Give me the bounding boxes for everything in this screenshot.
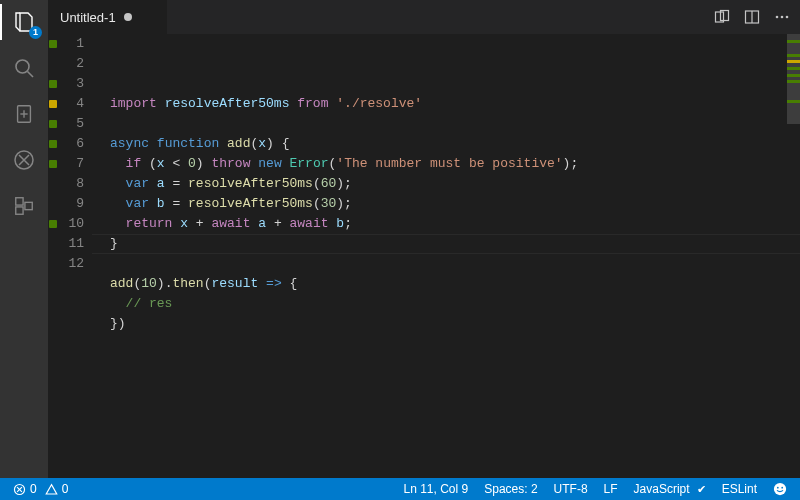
explorer-badge: 1 bbox=[29, 26, 42, 39]
search-icon[interactable] bbox=[10, 54, 38, 82]
status-language[interactable]: JavaScript bbox=[629, 478, 711, 500]
code-line[interactable]: }) bbox=[110, 314, 800, 334]
code-line[interactable]: return x + await a + await b; bbox=[110, 214, 800, 234]
status-eslint[interactable]: ESLint bbox=[717, 478, 762, 500]
overview-mark bbox=[787, 74, 800, 77]
code-content[interactable]: import resolveAfter50ms from './resolve'… bbox=[92, 34, 800, 478]
more-actions-icon[interactable] bbox=[774, 9, 790, 25]
editor-group: Untitled-1 123456789101112 import res bbox=[48, 0, 800, 478]
editor-actions bbox=[704, 0, 800, 34]
error-count: 0 bbox=[30, 482, 37, 496]
tab-title: Untitled-1 bbox=[60, 10, 116, 25]
check-icon bbox=[694, 482, 706, 496]
svg-point-14 bbox=[781, 16, 784, 19]
line-numbers: 123456789101112 bbox=[58, 34, 92, 478]
explorer-icon[interactable]: 1 bbox=[10, 8, 38, 36]
vertical-scrollbar[interactable] bbox=[787, 34, 800, 478]
overview-mark bbox=[787, 80, 800, 83]
status-eol[interactable]: LF bbox=[599, 478, 623, 500]
code-line[interactable]: var b = resolveAfter50ms(30); bbox=[110, 194, 800, 214]
code-line[interactable]: add(10).then(result => { bbox=[110, 274, 800, 294]
code-line[interactable]: async function add(x) { bbox=[110, 134, 800, 154]
status-bar: 0 0 Ln 11, Col 9 Spaces: 2 UTF-8 LF Java… bbox=[0, 478, 800, 500]
split-editor-icon[interactable] bbox=[744, 9, 760, 25]
status-encoding[interactable]: UTF-8 bbox=[549, 478, 593, 500]
code-line[interactable]: // res bbox=[110, 294, 800, 314]
code-line[interactable]: var a = resolveAfter50ms(60); bbox=[110, 174, 800, 194]
overview-mark bbox=[787, 60, 800, 63]
code-line[interactable]: if (x < 0) throw new Error('The number m… bbox=[110, 154, 800, 174]
code-line[interactable]: import resolveAfter50ms from './resolve' bbox=[110, 94, 800, 114]
svg-rect-8 bbox=[25, 202, 32, 209]
svg-point-0 bbox=[16, 60, 29, 73]
svg-rect-7 bbox=[16, 207, 23, 214]
dirty-indicator-icon bbox=[124, 13, 132, 21]
overview-mark bbox=[787, 67, 800, 70]
code-editor[interactable]: 123456789101112 import resolveAfter50ms … bbox=[48, 34, 800, 478]
tab-bar: Untitled-1 bbox=[48, 0, 800, 34]
svg-point-19 bbox=[774, 483, 786, 495]
svg-line-1 bbox=[28, 72, 34, 78]
extensions-icon[interactable] bbox=[10, 192, 38, 220]
tab-untitled-1[interactable]: Untitled-1 bbox=[48, 0, 168, 34]
source-control-icon[interactable] bbox=[10, 100, 38, 128]
svg-point-13 bbox=[776, 16, 779, 19]
code-line[interactable] bbox=[110, 254, 800, 274]
svg-point-20 bbox=[777, 487, 779, 489]
compare-changes-icon[interactable] bbox=[714, 9, 730, 25]
overview-mark bbox=[787, 100, 800, 103]
debug-icon[interactable] bbox=[10, 146, 38, 174]
svg-rect-6 bbox=[16, 198, 23, 205]
scroll-thumb[interactable] bbox=[787, 34, 800, 124]
gutter-decorations bbox=[48, 34, 58, 478]
svg-point-21 bbox=[781, 487, 783, 489]
status-feedback-icon[interactable] bbox=[768, 478, 792, 500]
activity-bar: 1 bbox=[0, 0, 48, 478]
status-problems[interactable]: 0 0 bbox=[8, 478, 73, 500]
overview-mark bbox=[787, 54, 800, 57]
status-indentation[interactable]: Spaces: 2 bbox=[479, 478, 542, 500]
warning-count: 0 bbox=[62, 482, 69, 496]
code-line[interactable] bbox=[110, 114, 800, 134]
overview-mark bbox=[787, 40, 800, 43]
status-cursor-position[interactable]: Ln 11, Col 9 bbox=[399, 478, 474, 500]
current-line-highlight bbox=[92, 234, 800, 254]
svg-point-15 bbox=[786, 16, 789, 19]
